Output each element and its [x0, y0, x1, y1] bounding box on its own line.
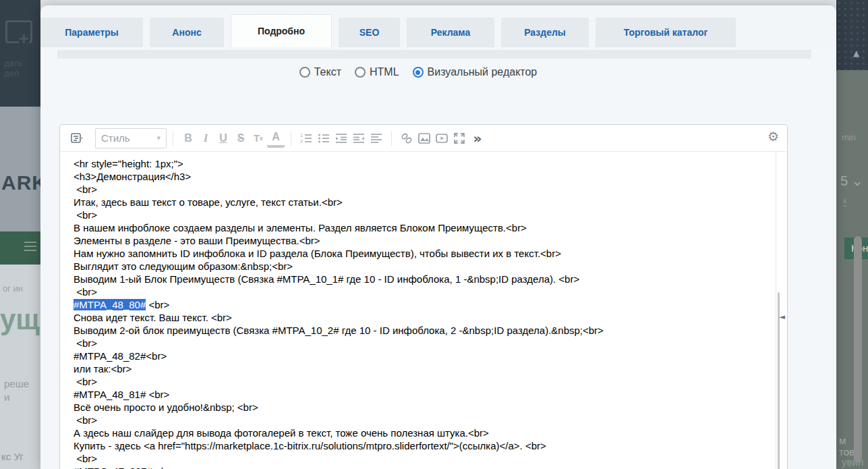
- editor-line: Итак, здесь ваш текст о товаре, услуге, …: [74, 196, 767, 209]
- tab-reklama[interactable]: Реклама: [407, 18, 494, 47]
- editor-line: <br>: [74, 414, 767, 426]
- backdrop-text-fragment: реше: [4, 378, 29, 389]
- more-tools-button[interactable]: »: [468, 129, 486, 148]
- insert-link-button[interactable]: [398, 129, 415, 148]
- indent-button[interactable]: [332, 129, 350, 148]
- ordered-list-button[interactable]: 1 2: [297, 129, 315, 148]
- scroll-up-arrow-icon[interactable]: ▲: [853, 49, 859, 58]
- bold-button[interactable]: B: [179, 129, 197, 148]
- editor-line: <br>: [74, 337, 767, 350]
- tab-content-area: Текст HTML Визуальный редактор: [40, 47, 836, 469]
- toolbar-separator: [291, 131, 291, 146]
- backdrop-text-fragment: к: [843, 196, 846, 206]
- editor-line: Выводим 2-ой блок преимуществ (Связка #M…: [74, 324, 767, 337]
- editor-toolbar: Стиль ▾ B I U S Tx A 1 2: [60, 125, 787, 152]
- side-panel-toggle-icon[interactable]: ◄: [780, 312, 785, 321]
- editor-line: Элементы в разделе - это ваши Преимущест…: [74, 234, 767, 247]
- editor-line: Нам нужно запомнить ID инфоблока и ID ра…: [74, 247, 767, 260]
- insert-image-button[interactable]: [415, 129, 433, 148]
- gear-icon[interactable]: ⚙: [768, 129, 779, 144]
- editor-line: Купить - здесь <a href="https://marketpl…: [74, 439, 767, 452]
- components-panel-icon: [70, 132, 84, 145]
- clear-format-sub: x: [260, 135, 263, 142]
- radio-icon: [355, 67, 366, 78]
- toolbar-separator: [391, 131, 392, 146]
- radio-icon: [299, 67, 310, 78]
- image-icon: [417, 132, 431, 145]
- clear-format-label: T: [254, 133, 260, 144]
- indent-icon: [335, 132, 348, 145]
- editor-mode-switch: Текст HTML Визуальный редактор: [40, 66, 796, 78]
- fullscreen-button[interactable]: [451, 129, 468, 148]
- editor-line: <br>: [74, 209, 767, 221]
- style-dropdown-label: Стиль: [101, 132, 130, 144]
- clear-format-button[interactable]: Tx: [250, 129, 267, 148]
- tab-seo[interactable]: SEO: [339, 18, 400, 47]
- align-button[interactable]: [368, 129, 385, 148]
- backdrop-create-text: дать дел: [4, 58, 22, 78]
- editor-line: #MTPA_48_82#<br>: [74, 350, 767, 362]
- dialog-scrollbar-thumb[interactable]: [854, 236, 862, 463]
- editor-line: <hr style="height: 1px;">: [74, 157, 767, 170]
- bullet-list-button[interactable]: [315, 129, 332, 148]
- editor-line: Выводим 1-ый Блок Преимуществ (Связка #M…: [74, 273, 767, 285]
- dialog-tabs: Параметры Анонс Подробно SEO Реклама Раз…: [40, 9, 743, 47]
- editor-line: А здесь наш слайдер для вывода фотогалер…: [74, 426, 767, 439]
- backdrop-text-fragment: ог ин: [3, 283, 23, 294]
- backdrop-left-content: ог ин уще реше и кс Уг: [0, 265, 40, 469]
- editor-scroll-divider: [776, 152, 776, 469]
- tab-anons[interactable]: Анонс: [150, 18, 224, 47]
- selected-text: #MTPA_48_80#: [74, 299, 146, 310]
- underline-button[interactable]: U: [214, 129, 232, 148]
- outdent-button[interactable]: [350, 129, 368, 148]
- tab-podrobno[interactable]: Подробно: [231, 14, 332, 47]
- editor-line: <h3>Демонстрация</h3>: [74, 170, 767, 183]
- editor-line: Выглядит это следующим образом:&nbsp;<br…: [74, 260, 767, 273]
- backdrop-menu-bar: [0, 231, 40, 265]
- form-top-band: [57, 50, 811, 59]
- insert-video-button[interactable]: [433, 129, 451, 148]
- toolbar-separator: [173, 131, 173, 146]
- editor-line: <br>: [74, 285, 767, 298]
- radio-visual-editor-mode[interactable]: Визуальный редактор: [413, 66, 538, 78]
- editor-line: Всё очень просто и удобно!&nbsp; <br>: [74, 401, 767, 414]
- link-icon: [400, 132, 413, 145]
- create-section-icon: [5, 20, 32, 43]
- ordered-list-icon: 1 2: [299, 132, 313, 145]
- hamburger-icon: [24, 242, 36, 254]
- radio-label: Визуальный редактор: [428, 66, 538, 78]
- radio-text-mode[interactable]: Текст: [299, 66, 341, 78]
- bullet-list-icon: [317, 132, 330, 145]
- radio-label: HTML: [370, 66, 399, 78]
- editor-text: <hr style="height: 1px;"><h3>Демонстраци…: [60, 157, 767, 469]
- editor-line: Снова идет текст. Ваш текст. <br>: [74, 311, 767, 324]
- fullscreen-icon: [453, 132, 466, 145]
- tab-razdely[interactable]: Разделы: [501, 18, 589, 47]
- editor-line: #MTPA_48_80# <br>: [74, 298, 767, 311]
- backdrop-text-fragment: дел: [4, 68, 22, 78]
- dialog-scrollbar: ▲: [851, 40, 865, 469]
- backdrop-text-fragment: кс Уг: [1, 451, 24, 462]
- strikethrough-button[interactable]: S: [232, 129, 250, 148]
- tab-torgovyj-katalog[interactable]: Торговый каталог: [596, 18, 736, 47]
- italic-button[interactable]: I: [197, 129, 214, 148]
- svg-text:1: 1: [300, 133, 303, 138]
- editor-line: #MTPS_47_837# <br>: [74, 465, 767, 469]
- svg-text:2: 2: [300, 139, 303, 144]
- text-color-button[interactable]: A: [267, 129, 285, 148]
- components-panel-button[interactable]: [68, 129, 86, 148]
- chevron-down-icon: ▾: [156, 134, 161, 142]
- radio-icon: [413, 67, 424, 78]
- video-icon: [435, 132, 449, 145]
- tab-parametry[interactable]: Параметры: [40, 18, 143, 47]
- editor-content-area[interactable]: <hr style="height: 1px;"><h3>Демонстраци…: [60, 152, 787, 469]
- radio-html-mode[interactable]: HTML: [355, 66, 399, 78]
- backdrop-left-header: дать дел: [0, 0, 40, 107]
- editor-line: <br>: [74, 452, 767, 465]
- editor-line: В нашем инфоблоке создаем разделы и элем…: [74, 221, 767, 234]
- editor-line: <br>: [74, 183, 767, 196]
- editor-line: <br>: [74, 375, 767, 388]
- visual-editor: Стиль ▾ B I U S Tx A 1 2: [59, 124, 788, 469]
- style-dropdown[interactable]: Стиль ▾: [95, 128, 167, 148]
- align-left-icon: [370, 132, 383, 145]
